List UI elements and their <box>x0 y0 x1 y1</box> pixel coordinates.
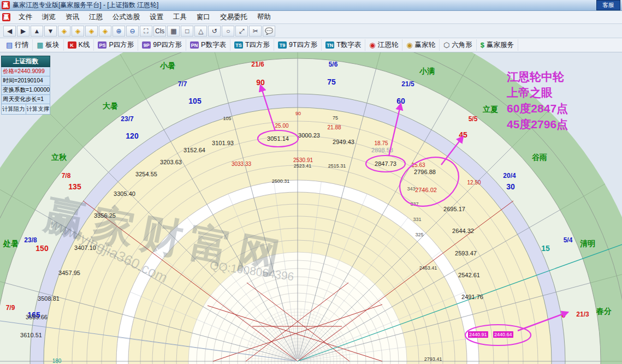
wheel-label: 3051.14 <box>267 135 289 142</box>
menu-bar: 赢 文件浏览资讯江恩公式选股设置工具窗口交易委托帮助 <box>0 11 622 24</box>
T数字表-icon: TN <box>325 41 334 49</box>
circle-tool-button[interactable]: ○ <box>222 26 234 37</box>
wheel-label: 小暑 <box>159 61 175 70</box>
back-button[interactable]: ◀ <box>3 26 16 37</box>
info-row: 时间=20190104 <box>1 76 50 86</box>
wheel-label: 21.88 <box>327 124 341 130</box>
feature-行情[interactable]: ▤行情 <box>2 39 33 51</box>
wheel-label: 3203.63 <box>160 159 182 165</box>
resize-button[interactable]: ⤢ <box>235 26 248 37</box>
frame-button[interactable]: ⛶ <box>140 26 152 37</box>
feature-label: T数字表 <box>336 40 361 50</box>
feature-P四方形[interactable]: PSP四方形 <box>94 39 138 51</box>
cut-button[interactable]: ✂ <box>249 26 262 37</box>
feature-label: 赢家轮 <box>414 40 435 50</box>
menu-item-窗口[interactable]: 窗口 <box>192 11 215 22</box>
diamond-4-button[interactable]: ◈ <box>99 26 111 37</box>
wheel-label: 3457.95 <box>58 270 80 276</box>
feature-label: 9P四方形 <box>153 40 182 50</box>
wheel-label: 21/3 <box>576 311 589 318</box>
feature-六角形[interactable]: ⬡六角形 <box>440 39 477 51</box>
wheel-label: 15 <box>541 244 550 253</box>
feature-板块[interactable]: ▦板块 <box>33 39 63 51</box>
zoom-out-button[interactable]: ⊖ <box>126 26 139 37</box>
title-bar: 赢 赢家江恩专业版[赢家服务平台] - [上证指数 江恩轮] 客服 <box>0 0 622 11</box>
9P四方形-icon: 9P <box>142 41 151 49</box>
wheel-label: 180 <box>52 358 62 364</box>
feature-K线[interactable]: KK线 <box>64 39 94 51</box>
wheel-label: 3356.25 <box>94 212 116 219</box>
comment-button[interactable]: 💬 <box>263 26 275 37</box>
menu-item-公式选股[interactable]: 公式选股 <box>108 11 145 22</box>
menu-item-设置[interactable]: 设置 <box>145 11 168 22</box>
menu-item-帮助[interactable]: 帮助 <box>252 11 276 22</box>
wheel-label: 处暑 <box>3 239 19 248</box>
wheel-label: 2746.02 <box>415 187 437 193</box>
wheel-label: 2530.91 <box>293 157 313 163</box>
wheel-label: 3407.10 <box>74 244 96 251</box>
wheel-label: 2796.88 <box>414 169 436 175</box>
zoom-in-button[interactable]: ⊕ <box>112 26 125 37</box>
wheel-label: 小满 <box>419 67 435 75</box>
wheel-label: 2491.76 <box>461 294 483 300</box>
wheel-label: 325 <box>415 232 423 237</box>
wheel-label: 2949.43 <box>333 139 354 145</box>
wheel-label: 7/7 <box>178 80 187 88</box>
计算支撑-button[interactable]: 计算支撑 <box>26 104 51 115</box>
annotation-line: 江恩轮中轮 <box>507 69 568 85</box>
tool-bar: ◀▶▲▼◈◈◈◈⊕⊖⛶Cls▦□△↺○⤢✂💬 <box>0 24 622 38</box>
feature-赢家服务[interactable]: $赢家服务 <box>477 39 518 51</box>
wheel-label: 90 <box>295 111 301 116</box>
T四方形-icon: TS <box>234 41 243 49</box>
feature-赢家轮[interactable]: ◉赢家轮 <box>402 39 440 51</box>
menu-item-工具[interactable]: 工具 <box>168 11 192 22</box>
up-button[interactable]: ▲ <box>31 26 43 37</box>
menu-item-浏览[interactable]: 浏览 <box>37 11 61 22</box>
grid-button[interactable]: ▦ <box>167 26 180 37</box>
diamond-1-button[interactable]: ◈ <box>58 26 70 37</box>
cls-button[interactable]: Cls <box>153 26 166 37</box>
feature-江恩轮[interactable]: ◉江恩轮 <box>365 39 402 51</box>
wheel-label: 3508.81 <box>38 295 60 302</box>
wheel-label: 2695.17 <box>443 206 465 212</box>
feature-T数字表[interactable]: TNT数字表 <box>322 39 365 51</box>
app-window: 赢 赢家江恩专业版[赢家服务平台] - [上证指数 江恩轮] 客服 赢 文件浏览… <box>0 0 622 364</box>
calc-buttons: 计算阻力计算支撑 <box>1 104 50 115</box>
wheel-label: 2793.41 <box>424 356 442 362</box>
menu-item-资讯[interactable]: 资讯 <box>61 11 84 22</box>
feature-9T四方形[interactable]: T99T四方形 <box>274 39 322 51</box>
wheel-label: 立夏 <box>482 105 498 114</box>
highlighted-price-badge: 2440.64 <box>493 331 513 338</box>
app-logo-icon: 赢 <box>2 1 10 9</box>
feature-T四方形[interactable]: TST四方形 <box>230 39 274 51</box>
wheel-label: 7/9 <box>6 304 15 312</box>
feature-label: 9T四方形 <box>289 40 317 50</box>
diamond-2-button[interactable]: ◈ <box>72 26 84 37</box>
menu-item-江恩[interactable]: 江恩 <box>84 11 108 22</box>
diamond-3-button[interactable]: ◈ <box>85 26 98 37</box>
wheel-label: 2593.47 <box>455 250 477 256</box>
customer-service-button[interactable]: 客服 <box>596 0 620 10</box>
triangle-tool-button[interactable]: △ <box>194 26 207 37</box>
down-button[interactable]: ▼ <box>44 26 57 37</box>
index-info-panel: 上证指数 价格=2440.9099时间=20190104变换系数=1.00000… <box>1 56 50 115</box>
江恩轮-icon: ◉ <box>369 41 375 49</box>
wheel-label: 3101.93 <box>212 140 234 146</box>
annotation-line: 45度2796点 <box>507 116 568 132</box>
menu-item-交易委托[interactable]: 交易委托 <box>215 11 252 22</box>
feature-P数字表[interactable]: PNP数字表 <box>186 39 230 51</box>
rect-tool-button[interactable]: □ <box>181 26 193 37</box>
forward-button[interactable]: ▶ <box>17 26 29 37</box>
wheel-label: 2500.31 <box>272 178 290 184</box>
wheel-label: 清明 <box>580 239 595 248</box>
feature-9P四方形[interactable]: 9P9P四方形 <box>138 39 186 51</box>
rotate-button[interactable]: ↺ <box>208 26 221 37</box>
annotation-block: 江恩轮中轮上帝之眼60度2847点45度2796点 <box>507 69 568 132</box>
index-name: 上证指数 <box>1 56 50 67</box>
wheel-label: 3254.55 <box>135 171 157 177</box>
行情-icon: ▤ <box>6 41 13 49</box>
wheel-label: 75 <box>327 77 336 86</box>
wheel-label: 3000.23 <box>298 132 320 139</box>
menu-item-文件[interactable]: 文件 <box>14 11 37 22</box>
计算阻力-button[interactable]: 计算阻力 <box>1 104 26 115</box>
